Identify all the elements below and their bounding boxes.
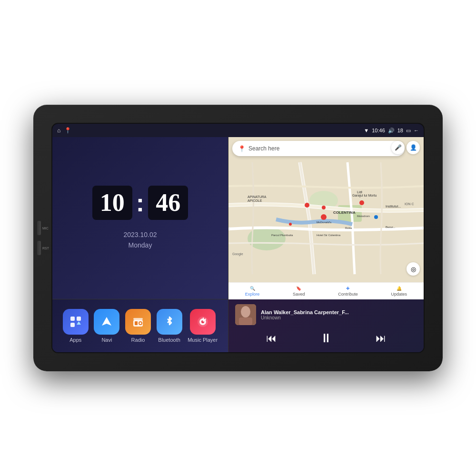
svg-text:Hotel Sir Colentina: Hotel Sir Colentina (317, 234, 341, 237)
map-compass[interactable]: ◎ (407, 262, 420, 276)
rst-label: RST (42, 247, 50, 250)
music-icon-box (190, 309, 216, 335)
svg-point-32 (139, 322, 141, 324)
svg-marker-27 (77, 321, 81, 325)
svg-text:Roka: Roka (345, 227, 352, 229)
map-account-button[interactable]: 👤 (407, 141, 420, 154)
map-background: APINATURA APICOLE Garajul lui Mortu COLE… (228, 137, 424, 299)
app-item-navi[interactable]: Navi (94, 309, 119, 343)
music-controls: ⏮ ⏸ ⏭ (235, 329, 417, 347)
svg-text:Parcul Plumbuita: Parcul Plumbuita (271, 234, 293, 237)
svg-marker-28 (102, 317, 111, 326)
map-bottom-bar: 🔍 Explore 🔖 Saved ✚ Contribute 🔔 (228, 282, 424, 299)
wifi-signal-icon: ▼ (364, 128, 369, 133)
clock-minute: 46 (156, 189, 180, 216)
svg-point-4 (305, 203, 309, 208)
clock-minute-box: 46 (148, 186, 188, 220)
clock-hour-box: 10 (92, 186, 132, 220)
home-icon[interactable]: ⌂ (57, 127, 60, 134)
album-art (235, 304, 256, 325)
svg-text:Motodrom: Motodrom (357, 215, 370, 218)
back-icon[interactable]: ← (414, 128, 419, 133)
clock-hour: 10 (100, 189, 125, 216)
music-artist: Unknown (261, 315, 417, 320)
svg-text:Institutut...: Institutut... (386, 205, 401, 208)
svg-text:ION C: ION C (405, 202, 414, 206)
rst-button[interactable] (37, 241, 41, 255)
clock-colon: : (136, 190, 144, 215)
map-icon[interactable]: 📍 (64, 127, 71, 134)
saved-icon: 🔖 (296, 286, 301, 291)
map-explore-tab[interactable]: 🔍 Explore (245, 286, 260, 297)
svg-rect-24 (70, 317, 75, 321)
map-search-right-buttons: 🎤 👤 (391, 141, 420, 154)
updates-label: Updates (391, 292, 407, 297)
status-bar-right: ▼ 10:46 🔊 18 ▭ ← (364, 128, 419, 134)
svg-point-7 (359, 200, 364, 205)
svg-text:COLENTINA: COLENTINA (333, 210, 356, 215)
svg-text:Lidl: Lidl (357, 190, 362, 194)
svg-point-8 (374, 215, 378, 219)
svg-rect-37 (203, 317, 204, 322)
clock-date: 2023.10.02 Monday (123, 229, 157, 251)
album-img (235, 304, 256, 325)
contribute-icon: ✚ (346, 286, 350, 291)
explore-label: Explore (245, 292, 260, 297)
map-mic-button[interactable]: 🎤 (391, 141, 405, 154)
bluetooth-icon-box (157, 309, 182, 335)
saved-label: Saved (293, 292, 305, 297)
music-player-label: Music Player (188, 337, 218, 343)
window-icon: ▭ (406, 128, 411, 134)
screen: ⌂ 📍 ▼ 10:46 🔊 18 ▭ ← 10 : (52, 124, 424, 352)
side-buttons: MIC RST (37, 221, 50, 255)
radio-icon-box (125, 309, 151, 335)
map-saved-tab[interactable]: 🔖 Saved (293, 286, 305, 297)
svg-text:McDonald's: McDonald's (317, 221, 331, 224)
play-pause-button[interactable]: ⏸ (320, 331, 332, 346)
app-item-radio[interactable]: Radio (125, 309, 151, 343)
apps-icon (63, 309, 89, 335)
car-unit: MIC RST ⌂ 📍 ▼ 10:46 🔊 18 ▭ ← (33, 105, 443, 371)
apps-row: Apps Navi (52, 299, 228, 352)
map-contribute-tab[interactable]: ✚ Contribute (338, 286, 358, 297)
main-content: 10 : 46 2023.10.02 Monday (52, 137, 424, 352)
mic-button[interactable] (37, 221, 41, 235)
contribute-label: Contribute (338, 292, 358, 297)
map-search-bar[interactable]: 📍 Search here (232, 141, 405, 156)
svg-text:Bucur...: Bucur... (386, 226, 396, 228)
status-time: 10:46 (372, 128, 385, 133)
map-search-icon: 📍 (238, 145, 246, 152)
explore-icon: 🔍 (250, 286, 255, 291)
svg-point-5 (322, 206, 326, 209)
updates-icon: 🔔 (397, 286, 402, 291)
map-svg: APINATURA APICOLE Garajul lui Mortu COLE… (228, 137, 424, 299)
map-search-text: Search here (248, 145, 279, 152)
app-item-bluetooth[interactable]: Bluetooth (157, 309, 182, 343)
svg-rect-26 (70, 323, 75, 327)
music-details: Alan Walker_Sabrina Carpenter_F... Unkno… (261, 309, 417, 320)
navi-icon (94, 309, 119, 335)
svg-point-40 (241, 306, 250, 317)
app-item-music[interactable]: Music Player (188, 309, 218, 343)
volume-icon: 🔊 (388, 128, 395, 134)
navi-label: Navi (101, 337, 112, 343)
svg-rect-25 (77, 317, 81, 321)
prev-button[interactable]: ⏮ (266, 332, 277, 345)
app-item-apps[interactable]: Apps (63, 309, 89, 343)
svg-rect-30 (135, 321, 138, 325)
map-widget[interactable]: APINATURA APICOLE Garajul lui Mortu COLE… (228, 137, 424, 299)
svg-text:Google: Google (232, 252, 243, 256)
map-updates-tab[interactable]: 🔔 Updates (391, 286, 407, 297)
svg-point-6 (289, 223, 292, 226)
mic-label: MIC (42, 227, 50, 230)
volume-level: 18 (397, 128, 403, 133)
radio-label: Radio (131, 337, 145, 343)
music-widget: Alan Walker_Sabrina Carpenter_F... Unkno… (228, 299, 424, 352)
music-title: Alan Walker_Sabrina Carpenter_F... (261, 309, 417, 315)
music-info-row: Alan Walker_Sabrina Carpenter_F... Unkno… (235, 304, 417, 325)
next-button[interactable]: ⏭ (376, 332, 386, 345)
svg-text:Garajul lui Mortu: Garajul lui Mortu (352, 194, 377, 198)
apps-label: Apps (69, 337, 81, 343)
status-bar-left: ⌂ 📍 (57, 127, 71, 134)
svg-rect-33 (133, 318, 143, 320)
